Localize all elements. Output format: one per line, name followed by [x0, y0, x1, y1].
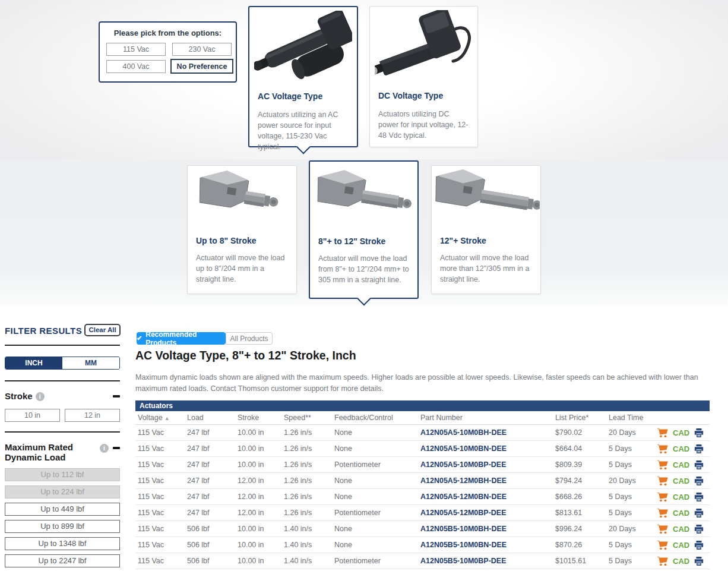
cell-voltage: 115 Vac [138, 489, 164, 505]
options-title: Please pick from the options: [100, 29, 236, 37]
info-icon[interactable]: i [36, 392, 45, 401]
cell-feedback: None [334, 473, 352, 489]
stroke-12-plus-card[interactable]: 12"+ Stroke Actuator will move the load … [431, 165, 541, 294]
cad-link[interactable]: CAD [673, 460, 689, 469]
load-2247lbf-button[interactable]: Up to 2247 lbf [5, 554, 120, 567]
tab-all-products[interactable]: All Products [226, 332, 273, 345]
cell-lead-time: 5 Days [609, 505, 632, 521]
cell-speed: 1.26 in/s [284, 441, 312, 457]
info-icon[interactable]: i [100, 444, 109, 453]
results-description: Maximum dynamic loads shown are aligned … [135, 372, 722, 395]
cad-link[interactable]: CAD [673, 509, 689, 518]
part-number-link[interactable]: A12N05A5-10M0BN-DEE [420, 441, 507, 457]
col-stroke[interactable]: Stroke [238, 411, 259, 425]
print-icon[interactable] [694, 557, 704, 566]
row-actions: CAD [657, 441, 704, 457]
cell-voltage: 115 Vac [138, 521, 164, 537]
cell-list-price: $1015.61 [555, 553, 586, 569]
col-load[interactable]: Load [187, 411, 204, 425]
col-speed[interactable]: Speed** [284, 411, 311, 425]
unit-mm-button[interactable]: MM [62, 357, 119, 369]
add-to-cart-icon[interactable] [657, 540, 668, 550]
cad-link[interactable]: CAD [673, 557, 689, 566]
tab-recommended-products[interactable]: ✔ Recommended Products [137, 332, 226, 345]
add-to-cart-icon[interactable] [657, 524, 668, 534]
results-title: AC Voltage Type, 8"+ to 12" Stroke, Inch [135, 349, 356, 362]
cad-link[interactable]: CAD [673, 428, 689, 437]
cell-list-price: $668.26 [555, 489, 582, 505]
add-to-cart-icon[interactable] [657, 428, 668, 438]
stroke-filter-label: Strokei [5, 391, 45, 401]
add-to-cart-icon[interactable] [657, 460, 668, 470]
cell-speed: 1.40 in/s [284, 537, 312, 553]
cell-load: 247 lbf [187, 457, 210, 473]
print-icon[interactable] [694, 493, 704, 501]
part-number-link[interactable]: A12N05B5-10M0BH-DEE [420, 521, 507, 537]
cell-list-price: $794.24 [555, 473, 582, 489]
cad-link[interactable]: CAD [673, 477, 689, 485]
dc-voltage-type-card[interactable]: DC Voltage Type Actuators utilizing DC p… [369, 6, 478, 147]
load-449lbf-button[interactable]: Up to 449 lbf [5, 503, 120, 516]
clear-all-button[interactable]: Clear All [84, 324, 121, 336]
cad-link[interactable]: CAD [673, 525, 689, 534]
cad-link[interactable]: CAD [673, 541, 689, 550]
stroke-up-to-8-card[interactable]: Up to 8" Stroke Actuator will move the l… [187, 165, 297, 294]
add-to-cart-icon[interactable] [657, 508, 668, 518]
table-row: 115 Vac 506 lbf 10.00 in 1.40 in/s None … [135, 537, 710, 553]
part-number-link[interactable]: A12N05A5-10M0BP-DEE [420, 457, 507, 473]
col-feedback-control[interactable]: Feedback/Control [334, 411, 393, 425]
col-part-number[interactable]: Part Number [420, 411, 463, 425]
add-to-cart-icon[interactable] [657, 444, 668, 454]
cell-stroke: 12.00 in [238, 489, 264, 505]
print-icon[interactable] [694, 509, 704, 518]
cell-stroke: 10.00 in [238, 521, 264, 537]
option-115-vac-button[interactable]: 115 Vac [106, 43, 166, 56]
add-to-cart-icon[interactable] [657, 476, 668, 486]
print-icon[interactable] [694, 444, 704, 453]
print-icon[interactable] [694, 541, 704, 550]
stroke-10in-button[interactable]: 10 in [5, 409, 60, 422]
print-icon[interactable] [694, 428, 704, 437]
add-to-cart-icon[interactable] [657, 556, 668, 566]
collapse-icon[interactable] [113, 395, 120, 398]
cell-speed: 1.26 in/s [284, 425, 312, 441]
ac-card-title: AC Voltage Type [258, 92, 322, 101]
print-icon[interactable] [694, 460, 704, 469]
load-899lbf-button[interactable]: Up to 899 lbf [5, 520, 120, 533]
part-number-link[interactable]: A12N05A5-12M0BN-DEE [420, 489, 507, 505]
cell-feedback: None [334, 537, 352, 553]
option-400-vac-button[interactable]: 400 Vac [106, 60, 166, 73]
cell-lead-time: 5 Days [609, 553, 632, 569]
cell-feedback: None [334, 489, 352, 505]
table-row: 115 Vac 506 lbf 10.00 in 1.40 in/s Poten… [135, 553, 710, 569]
cad-link[interactable]: CAD [673, 493, 689, 501]
add-to-cart-icon[interactable] [657, 492, 668, 502]
check-icon: ✔ [137, 335, 142, 342]
cad-link[interactable]: CAD [673, 444, 689, 453]
option-230-vac-button[interactable]: 230 Vac [172, 43, 232, 56]
print-icon[interactable] [694, 525, 704, 534]
part-number-link[interactable]: A12N05B5-10M0BP-DEE [420, 553, 507, 569]
col-lead-time[interactable]: Lead Time [609, 411, 643, 425]
cell-feedback: None [334, 425, 352, 441]
cell-feedback: Potentiometer [334, 457, 381, 473]
cell-voltage: 115 Vac [138, 425, 164, 441]
cell-voltage: 115 Vac [138, 553, 164, 569]
table-row: 115 Vac 247 lbf 10.00 in 1.26 in/s Poten… [135, 457, 710, 473]
collapse-icon[interactable] [113, 447, 120, 449]
part-number-link[interactable]: A12N05B5-10M0BN-DEE [420, 537, 507, 553]
part-number-link[interactable]: A12N05A5-12M0BH-DEE [420, 473, 507, 489]
col-voltage[interactable]: Voltage▲ [138, 411, 170, 425]
col-list-price[interactable]: List Price* [555, 411, 588, 425]
stroke-8-to-12-card[interactable]: 8"+ to 12" Stroke Actuator will move the… [309, 160, 419, 299]
cell-lead-time: 20 Days [609, 473, 636, 489]
print-icon[interactable] [694, 477, 704, 485]
stroke-12in-button[interactable]: 12 in [65, 409, 120, 422]
load-1348lbf-button[interactable]: Up to 1348 lbf [5, 537, 120, 550]
part-number-link[interactable]: A12N05A5-12M0BP-DEE [420, 505, 507, 521]
option-no-preference-button[interactable]: No Preference [170, 59, 233, 74]
unit-inch-button[interactable]: INCH [5, 357, 62, 369]
ac-voltage-type-card[interactable]: AC Voltage Type Actuators utilizing an A… [248, 6, 358, 147]
part-number-link[interactable]: A12N05A5-10M0BH-DEE [420, 425, 507, 441]
cell-stroke: 10.00 in [238, 457, 264, 473]
